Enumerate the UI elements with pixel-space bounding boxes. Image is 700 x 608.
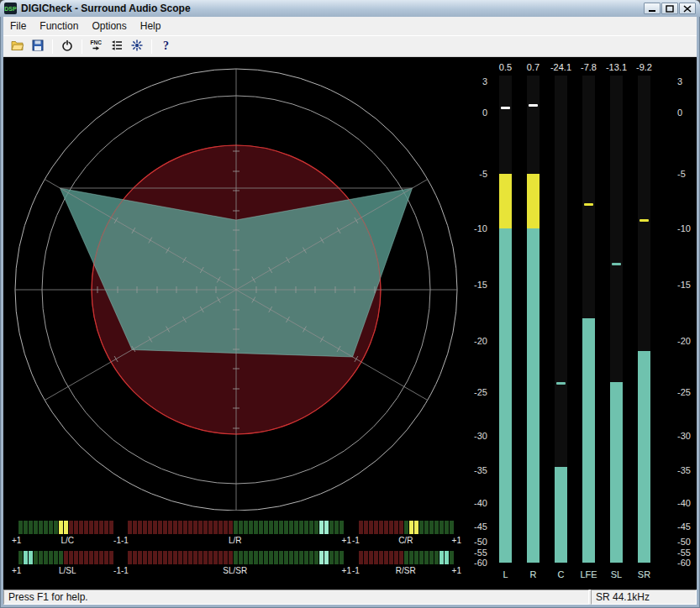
led-segment — [399, 551, 403, 564]
led-segment — [234, 521, 238, 534]
led-segment — [74, 551, 78, 564]
meter-scale-label-right: -5 — [677, 168, 697, 180]
surround-scope-svg — [12, 66, 460, 511]
meter-scale-label-left: -15 — [467, 279, 487, 291]
title-bar[interactable]: DSP DIGICheck - Surround Audio Scope — [0, 0, 700, 17]
led-segment — [224, 521, 228, 534]
led-segment — [414, 521, 418, 534]
led-segment — [29, 551, 33, 564]
led-segment — [74, 521, 78, 534]
function-fnc-button[interactable]: FNC — [87, 37, 107, 55]
led-segment — [394, 521, 398, 534]
meter-scale-label-right: -30 — [677, 430, 697, 442]
led-segment — [389, 521, 393, 534]
meter-fill-L — [499, 228, 512, 563]
led-segment — [18, 521, 23, 534]
led-segment — [244, 551, 248, 564]
led-segment — [133, 521, 137, 534]
led-segment — [389, 551, 393, 564]
menu-item-help[interactable]: Help — [134, 18, 168, 34]
meter-scale-label-right: -50 — [677, 536, 697, 548]
meter-scale-label-left: -5 — [467, 168, 487, 180]
correlation-labels-c-r: -1C/R+1 — [352, 536, 461, 546]
led-segment — [104, 551, 108, 564]
led-segment — [409, 521, 413, 534]
meter-value-LFE: -7.8 — [573, 62, 604, 72]
led-segment — [299, 551, 303, 564]
meter-fill-SL — [610, 382, 623, 563]
led-segment — [384, 551, 388, 564]
correlation-left-scale-r-sr: -1 — [352, 566, 360, 576]
meter-scale-label-right: -15 — [677, 279, 697, 291]
correlation-left-scale-c-r: -1 — [352, 536, 360, 546]
menu-item-options[interactable]: Options — [85, 18, 133, 34]
meter-scale-label-right: -35 — [677, 464, 697, 476]
led-segment — [163, 551, 167, 564]
led-segment — [299, 521, 303, 534]
correlation-meters-panel: +1L/C-1-1L/R+1-1C/R+1+1L/SL-1-1SL/SR+1-1… — [12, 516, 460, 588]
led-segment — [49, 551, 53, 564]
led-segment — [304, 551, 308, 564]
led-segment — [379, 521, 383, 534]
svg-text:FNC: FNC — [91, 39, 103, 45]
led-segment — [324, 551, 329, 564]
close-button[interactable] — [679, 3, 696, 14]
led-segment — [188, 551, 192, 564]
led-segment — [429, 551, 434, 564]
led-segment — [374, 551, 378, 564]
menu-bar: FileFunctionOptionsHelp — [3, 17, 697, 35]
led-segment — [208, 551, 213, 564]
meter-channel-label-L: L — [490, 569, 521, 579]
app-window: DSP DIGICheck - Surround Audio Scope Fil… — [0, 0, 700, 608]
led-segment — [445, 551, 449, 564]
led-segment — [34, 551, 38, 564]
io-list-button[interactable] — [107, 37, 127, 55]
meter-fill-SR — [638, 351, 650, 563]
maximize-button[interactable] — [661, 3, 678, 14]
led-segment — [269, 521, 273, 534]
menu-item-file[interactable]: File — [3, 18, 33, 34]
status-message: Press F1 for help. — [3, 590, 589, 605]
toolbar-separator — [82, 39, 82, 54]
menu-item-function[interactable]: Function — [33, 18, 85, 34]
led-segment — [374, 521, 378, 534]
led-segment — [208, 521, 213, 534]
led-segment — [289, 521, 293, 534]
save-button[interactable] — [28, 37, 48, 55]
power-button[interactable] — [57, 37, 77, 55]
led-segment — [183, 521, 187, 534]
window-title: DIGICheck - Surround Audio Scope — [21, 3, 191, 14]
led-segment — [109, 521, 113, 534]
led-segment — [429, 521, 434, 534]
led-segment — [218, 551, 223, 564]
help-button[interactable]: ? — [156, 37, 176, 55]
led-segment — [279, 551, 283, 564]
meter-scale-label-left: -10 — [467, 223, 487, 234]
led-segment — [229, 521, 233, 534]
led-segment — [94, 521, 98, 534]
led-segment — [198, 551, 203, 564]
led-segment — [153, 521, 157, 534]
meter-scale-label-right: -25 — [677, 386, 697, 398]
global-settings-button[interactable] — [127, 37, 147, 55]
led-segment — [319, 551, 324, 564]
led-segment — [284, 521, 288, 534]
led-segment — [44, 521, 48, 534]
led-segment — [404, 551, 408, 564]
open-file-button[interactable] — [8, 37, 28, 55]
led-segment — [39, 551, 43, 564]
led-segment — [379, 551, 383, 564]
led-segment — [198, 521, 203, 534]
correlation-name-l-r: L/R — [229, 536, 242, 546]
led-segment — [274, 551, 278, 564]
led-segment — [279, 521, 283, 534]
window-controls — [644, 3, 696, 14]
correlation-left-scale-l-r: -1 — [121, 536, 129, 546]
minimize-button[interactable] — [644, 3, 661, 14]
led-segment — [138, 521, 142, 534]
minimize-icon — [648, 5, 656, 13]
led-segment — [394, 551, 398, 564]
led-segment — [188, 521, 192, 534]
led-segment — [399, 521, 403, 534]
led-segment — [314, 521, 318, 534]
